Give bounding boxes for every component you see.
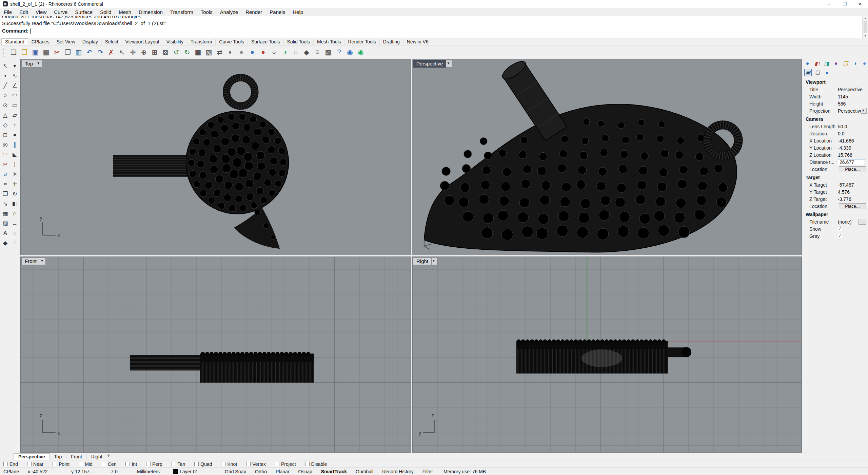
- toolbar-tab[interactable]: Transform: [187, 39, 216, 45]
- camera-place-button[interactable]: Place...: [839, 166, 866, 172]
- menu-item[interactable]: Help: [289, 8, 307, 16]
- menu-item[interactable]: Solid: [96, 8, 115, 16]
- split-tool-icon[interactable]: ¦: [10, 159, 20, 169]
- lock-tool-icon[interactable]: ◆: [1, 238, 10, 248]
- wallpaper-filename-value[interactable]: (none): [838, 219, 851, 225]
- object-properties-tab-icon[interactable]: ❏: [814, 69, 821, 76]
- toolbar-tab[interactable]: Mesh Tools: [314, 39, 345, 45]
- x-location-value[interactable]: -41.666: [838, 138, 854, 144]
- print-icon[interactable]: ▤: [41, 47, 52, 58]
- help-icon[interactable]: ?: [334, 47, 344, 58]
- y-location-value[interactable]: -4.339: [838, 145, 851, 151]
- material-properties-tab-icon[interactable]: ●: [823, 69, 831, 76]
- osnap-checkbox[interactable]: [246, 462, 251, 466]
- menu-item[interactable]: Surface: [71, 8, 96, 16]
- toolbar-tab[interactable]: Visibility: [163, 39, 187, 45]
- osnap-toggle[interactable]: Int: [125, 461, 137, 467]
- open-file-icon[interactable]: ❒: [19, 47, 30, 58]
- rotate-view-icon[interactable]: ◐: [225, 47, 236, 58]
- osnap-checkbox[interactable]: [275, 462, 279, 466]
- properties-dialog-icon[interactable]: ▩: [323, 47, 334, 58]
- viewport-title-perspective[interactable]: Perspective: [413, 60, 446, 68]
- z-location-value[interactable]: 15.766: [838, 152, 852, 158]
- command-prompt-row[interactable]: Command:: [0, 27, 868, 35]
- viewport-tab[interactable]: Perspective: [14, 453, 50, 460]
- osnap-toggle[interactable]: Point: [53, 461, 70, 467]
- osnap-toggle[interactable]: Disable: [305, 461, 327, 467]
- arc-tool-icon[interactable]: ◠: [10, 91, 20, 100]
- move-tool-icon[interactable]: ✛: [10, 179, 20, 189]
- layer-button[interactable]: Layer 01: [170, 469, 220, 474]
- wallpaper-browse-button[interactable]: ...: [859, 219, 866, 225]
- layer-dialog-icon[interactable]: ≡: [312, 47, 323, 58]
- osnap-toggle[interactable]: Cen: [102, 461, 117, 467]
- y-target-value[interactable]: 4.576: [838, 189, 850, 195]
- line-tool-icon[interactable]: ╱: [1, 81, 10, 91]
- undo-icon[interactable]: ↶: [84, 47, 95, 58]
- wallpaper-gray-checkbox[interactable]: [838, 234, 842, 238]
- sphere-tool-icon[interactable]: ●: [10, 130, 20, 140]
- projection-dropdown-icon[interactable]: [861, 108, 867, 114]
- earth-icon[interactable]: ◉: [344, 47, 355, 58]
- osnap-checkbox[interactable]: [3, 462, 8, 466]
- extrude-tool-icon[interactable]: ↑: [10, 120, 20, 130]
- delete-icon[interactable]: ✗: [106, 47, 117, 58]
- toolbar-tab[interactable]: Solid Tools: [284, 39, 314, 45]
- layers-panel-icon[interactable]: ◧: [814, 60, 820, 67]
- menu-item[interactable]: Edit: [16, 8, 32, 16]
- select-pointer-icon[interactable]: ↖: [1, 61, 10, 71]
- scroll-up-icon[interactable]: [864, 17, 867, 20]
- osnap-checkbox[interactable]: [221, 462, 225, 466]
- circle-tool-icon[interactable]: ○: [1, 91, 10, 100]
- move-icon[interactable]: ⇄: [214, 47, 225, 58]
- redo-view-icon[interactable]: ↻: [182, 47, 193, 58]
- command-area[interactable]: Original STL mesh has 147,525 vertices a…: [0, 16, 868, 38]
- toolbar-tab[interactable]: Select: [102, 39, 122, 45]
- menu-item[interactable]: Analyze: [216, 8, 242, 16]
- toolbar-tab[interactable]: Drafting: [380, 39, 403, 45]
- status-toggle[interactable]: Record History: [378, 469, 418, 474]
- viewport-width-value[interactable]: 1145: [838, 94, 848, 99]
- zoom-dynamic-icon[interactable]: ⊕: [138, 47, 149, 58]
- viewport-tab[interactable]: Top: [50, 454, 67, 460]
- projection-value[interactable]: Perspective: [838, 108, 863, 114]
- render-preview-icon[interactable]: ●: [258, 47, 269, 58]
- toolbar-tab[interactable]: Set View: [53, 39, 79, 45]
- undo-view-icon[interactable]: ↺: [171, 47, 182, 58]
- paste-icon[interactable]: ▥: [73, 47, 84, 58]
- viewport-menu-icon[interactable]: [432, 258, 437, 265]
- osnap-checkbox[interactable]: [194, 462, 199, 466]
- toolbar-tab[interactable]: New in V6: [403, 39, 432, 45]
- viewport-top[interactable]: y x Top: [20, 59, 411, 255]
- viewport-menu-icon[interactable]: [36, 60, 42, 68]
- close-button[interactable]: ✕: [852, 0, 868, 8]
- globe-icon[interactable]: ◉: [355, 47, 366, 58]
- hatch-tool-icon[interactable]: ▨: [1, 218, 10, 228]
- status-toggle[interactable]: Grid Snap: [220, 469, 251, 474]
- toolbar-tab[interactable]: Standard: [1, 38, 28, 45]
- viewport-tab[interactable]: Right: [87, 454, 107, 460]
- hide-objects-icon[interactable]: ◌: [290, 47, 301, 58]
- named-view-icon[interactable]: ▧: [203, 47, 214, 58]
- osnap-toggle[interactable]: Vertex: [246, 461, 266, 467]
- ellipse-tool-icon[interactable]: ⊙: [1, 100, 10, 110]
- viewport-properties-tab-icon[interactable]: ▣: [804, 69, 812, 76]
- layer-tool-icon[interactable]: ≡: [10, 238, 20, 248]
- cylinder-tool-icon[interactable]: ◎: [1, 140, 10, 150]
- rotate-tool-icon[interactable]: ↻: [10, 189, 20, 199]
- osnap-checkbox[interactable]: [79, 462, 83, 466]
- cut-icon[interactable]: ✂: [52, 47, 62, 58]
- copy-icon[interactable]: ❐: [62, 47, 73, 58]
- menu-item[interactable]: View: [32, 8, 50, 16]
- menu-item[interactable]: Transform: [166, 8, 197, 16]
- target-place-button[interactable]: Place...: [839, 203, 866, 209]
- wallpaper-show-checkbox[interactable]: [838, 227, 842, 231]
- status-toggle[interactable]: Osnap: [294, 469, 317, 474]
- viewport-perspective[interactable]: Perspective: [412, 59, 802, 255]
- rendering-panel-icon[interactable]: ◑: [852, 60, 858, 67]
- viewport-title-right[interactable]: Right: [413, 258, 432, 265]
- dimension-tool-icon[interactable]: ↔: [10, 218, 20, 228]
- rotation-value[interactable]: 0.0: [838, 131, 844, 136]
- viewport-title-top[interactable]: Top: [21, 60, 36, 68]
- surface-tool-icon[interactable]: ▱: [10, 110, 20, 120]
